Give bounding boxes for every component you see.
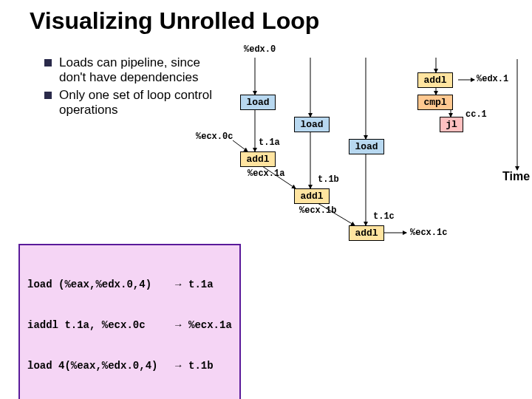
- dataflow-diagram: %edx.0 load load load addl cmpl jl addl …: [222, 44, 525, 281]
- svg-line-7: [233, 140, 248, 151]
- label-t1b: t.1b: [318, 174, 339, 185]
- op-load: load: [294, 117, 330, 132]
- code-text: t.1b: [188, 359, 214, 372]
- arrow-icon: →: [175, 318, 188, 332]
- code-text: t.1a: [188, 278, 214, 291]
- bullet-icon: [44, 92, 52, 99]
- slide-title: Visualizing Unrolled Loop: [0, 0, 532, 35]
- op-addl: addl: [240, 151, 276, 167]
- code-text: load (%eax,%edx.0,4): [27, 278, 175, 291]
- op-load: load: [349, 139, 384, 154]
- label-edx1: %edx.1: [477, 74, 508, 84]
- label-edx0: %edx.0: [244, 44, 276, 55]
- op-cmpl: cmpl: [417, 95, 453, 110]
- code-text: iaddl t.1a, %ecx.0c: [27, 318, 175, 332]
- code-listing: load (%eax,%edx.0,4)→t.1a iaddl t.1a, %e…: [18, 244, 241, 399]
- label-ecx1c: %ecx.1c: [410, 228, 447, 238]
- bullet-list: Loads can pipeline, since don't have dep…: [44, 55, 229, 120]
- arrow-icon: →: [175, 359, 188, 372]
- label-ecx1a: %ecx.1a: [248, 168, 284, 179]
- time-axis-label: Time: [502, 170, 530, 183]
- code-text: load 4(%eax,%edx.0,4): [27, 359, 175, 372]
- label-ecx1b: %ecx.1b: [299, 205, 336, 216]
- bullet-item: Only one set of loop control operations: [44, 88, 229, 117]
- op-addl: addl: [294, 188, 330, 204]
- arrow-icon: →: [175, 278, 188, 291]
- bullet-text: Loads can pipeline, since don't have dep…: [59, 55, 229, 85]
- label-ecx0c: %ecx.0c: [196, 132, 233, 142]
- label-t1c: t.1c: [373, 211, 395, 222]
- label-cc1: cc.1: [466, 109, 487, 120]
- bullet-text: Only one set of loop control operations: [59, 88, 229, 117]
- op-addl: addl: [349, 225, 384, 241]
- op-jl: jl: [440, 117, 463, 132]
- bullet-icon: [44, 59, 52, 66]
- op-load: load: [240, 95, 276, 110]
- op-addl: addl: [417, 72, 453, 88]
- bullet-item: Loads can pipeline, since don't have dep…: [44, 55, 229, 85]
- label-t1a: t.1a: [259, 137, 280, 148]
- code-text: %ecx.1a: [188, 318, 232, 332]
